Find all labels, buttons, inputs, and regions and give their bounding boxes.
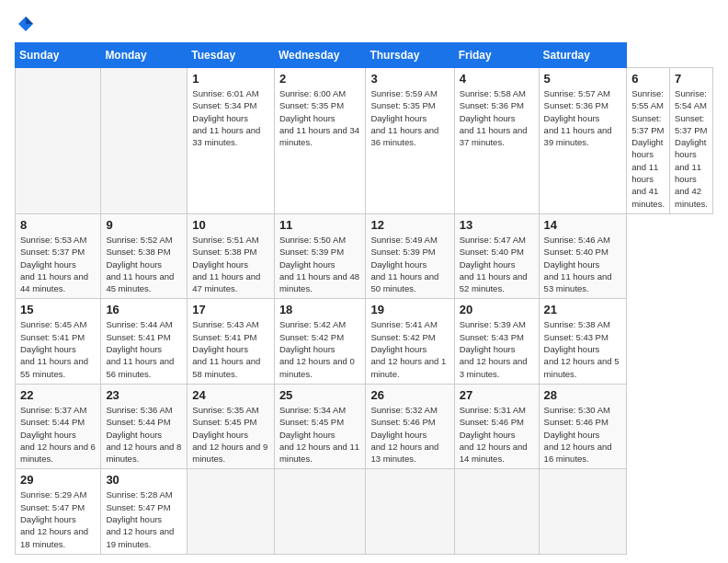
calendar-cell: 1 Sunrise: 6:01 AMSunset: 5:34 PMDayligh… bbox=[188, 68, 275, 214]
day-number: 28 bbox=[544, 388, 622, 402]
day-info: Sunrise: 5:55 AMSunset: 5:37 PMDaylight … bbox=[631, 87, 665, 210]
weekday-row: SundayMondayTuesdayWednesdayThursdayFrid… bbox=[16, 43, 713, 68]
day-number: 18 bbox=[279, 303, 361, 316]
calendar-cell bbox=[539, 469, 627, 554]
day-info: Sunrise: 5:43 AMSunset: 5:41 PMDaylight … bbox=[192, 318, 269, 379]
calendar-cell bbox=[274, 469, 366, 554]
calendar-cell: 6 Sunrise: 5:55 AMSunset: 5:37 PMDayligh… bbox=[627, 68, 670, 214]
logo-icon bbox=[17, 15, 35, 33]
day-info: Sunrise: 5:51 AMSunset: 5:38 PMDaylight … bbox=[192, 234, 269, 294]
day-info: Sunrise: 6:01 AMSunset: 5:34 PMDaylight … bbox=[192, 87, 269, 148]
calendar-cell: 12 Sunrise: 5:49 AMSunset: 5:39 PMDaylig… bbox=[366, 213, 454, 298]
page-header bbox=[15, 15, 713, 33]
calendar-cell: 30 Sunrise: 5:28 AMSunset: 5:47 PMDaylig… bbox=[101, 469, 188, 554]
day-info: Sunrise: 5:29 AMSunset: 5:47 PMDaylight … bbox=[20, 488, 96, 549]
day-number: 13 bbox=[460, 218, 534, 232]
calendar-cell bbox=[188, 469, 275, 554]
calendar-week-5: 29 Sunrise: 5:29 AMSunset: 5:47 PMDaylig… bbox=[16, 469, 713, 554]
empty-cell bbox=[101, 68, 188, 214]
day-number: 2 bbox=[279, 72, 361, 86]
day-info: Sunrise: 5:36 AMSunset: 5:44 PMDaylight … bbox=[106, 404, 182, 465]
calendar-table: SundayMondayTuesdayWednesdayThursdayFrid… bbox=[15, 42, 713, 555]
day-number: 17 bbox=[192, 303, 269, 316]
day-number: 4 bbox=[460, 72, 534, 86]
day-info: Sunrise: 5:50 AMSunset: 5:39 PMDaylight … bbox=[279, 234, 361, 294]
day-number: 26 bbox=[370, 388, 449, 402]
weekday-header-monday: Monday bbox=[101, 43, 188, 68]
day-number: 5 bbox=[544, 72, 622, 86]
day-number: 19 bbox=[370, 303, 449, 316]
day-number: 10 bbox=[192, 218, 269, 232]
calendar-cell: 13 Sunrise: 5:47 AMSunset: 5:40 PMDaylig… bbox=[454, 213, 539, 298]
calendar-cell: 2 Sunrise: 6:00 AMSunset: 5:35 PMDayligh… bbox=[274, 68, 366, 214]
calendar-cell: 26 Sunrise: 5:32 AMSunset: 5:46 PMDaylig… bbox=[366, 384, 454, 468]
day-number: 29 bbox=[20, 473, 96, 487]
day-info: Sunrise: 5:31 AMSunset: 5:46 PMDaylight … bbox=[460, 404, 534, 465]
day-number: 21 bbox=[544, 303, 622, 316]
day-number: 30 bbox=[106, 473, 182, 487]
day-info: Sunrise: 5:37 AMSunset: 5:44 PMDaylight … bbox=[20, 404, 96, 465]
day-info: Sunrise: 5:38 AMSunset: 5:43 PMDaylight … bbox=[544, 318, 622, 379]
day-number: 15 bbox=[20, 303, 96, 316]
day-number: 1 bbox=[192, 72, 269, 86]
day-number: 14 bbox=[544, 218, 622, 232]
calendar-cell: 4 Sunrise: 5:58 AMSunset: 5:36 PMDayligh… bbox=[454, 68, 539, 214]
calendar-cell: 18 Sunrise: 5:42 AMSunset: 5:42 PMDaylig… bbox=[274, 299, 366, 384]
day-number: 11 bbox=[279, 218, 361, 232]
weekday-header-wednesday: Wednesday bbox=[274, 43, 366, 68]
day-info: Sunrise: 6:00 AMSunset: 5:35 PMDaylight … bbox=[279, 87, 361, 148]
day-info: Sunrise: 5:52 AMSunset: 5:38 PMDaylight … bbox=[106, 234, 182, 294]
weekday-header-sunday: Sunday bbox=[16, 43, 101, 68]
empty-cell bbox=[16, 68, 101, 214]
calendar-cell: 14 Sunrise: 5:46 AMSunset: 5:40 PMDaylig… bbox=[539, 213, 627, 298]
calendar-cell: 22 Sunrise: 5:37 AMSunset: 5:44 PMDaylig… bbox=[16, 384, 101, 468]
calendar-cell: 28 Sunrise: 5:30 AMSunset: 5:46 PMDaylig… bbox=[539, 384, 627, 468]
calendar-cell: 20 Sunrise: 5:39 AMSunset: 5:43 PMDaylig… bbox=[454, 299, 539, 384]
day-info: Sunrise: 5:59 AMSunset: 5:35 PMDaylight … bbox=[370, 87, 449, 148]
calendar-cell: 17 Sunrise: 5:43 AMSunset: 5:41 PMDaylig… bbox=[188, 299, 275, 384]
calendar-cell: 9 Sunrise: 5:52 AMSunset: 5:38 PMDayligh… bbox=[101, 213, 188, 298]
day-info: Sunrise: 5:35 AMSunset: 5:45 PMDaylight … bbox=[192, 404, 269, 465]
calendar-cell: 24 Sunrise: 5:35 AMSunset: 5:45 PMDaylig… bbox=[188, 384, 275, 468]
day-number: 7 bbox=[675, 72, 708, 86]
weekday-header-tuesday: Tuesday bbox=[188, 43, 275, 68]
weekday-header-thursday: Thursday bbox=[366, 43, 454, 68]
calendar-cell: 7 Sunrise: 5:54 AMSunset: 5:37 PMDayligh… bbox=[670, 68, 713, 214]
weekday-header-saturday: Saturday bbox=[539, 43, 627, 68]
day-number: 3 bbox=[370, 72, 449, 86]
day-info: Sunrise: 5:44 AMSunset: 5:41 PMDaylight … bbox=[106, 318, 182, 379]
calendar-cell: 25 Sunrise: 5:34 AMSunset: 5:45 PMDaylig… bbox=[274, 384, 366, 468]
calendar-cell: 3 Sunrise: 5:59 AMSunset: 5:35 PMDayligh… bbox=[366, 68, 454, 214]
calendar-cell: 11 Sunrise: 5:50 AMSunset: 5:39 PMDaylig… bbox=[274, 213, 366, 298]
calendar-cell: 8 Sunrise: 5:53 AMSunset: 5:37 PMDayligh… bbox=[16, 213, 101, 298]
calendar-cell: 27 Sunrise: 5:31 AMSunset: 5:46 PMDaylig… bbox=[454, 384, 539, 468]
calendar-body: 1 Sunrise: 6:01 AMSunset: 5:34 PMDayligh… bbox=[16, 68, 713, 555]
day-number: 22 bbox=[20, 388, 96, 402]
calendar-cell: 16 Sunrise: 5:44 AMSunset: 5:41 PMDaylig… bbox=[101, 299, 188, 384]
day-number: 20 bbox=[460, 303, 534, 316]
day-number: 23 bbox=[106, 388, 182, 402]
day-info: Sunrise: 5:41 AMSunset: 5:42 PMDaylight … bbox=[370, 318, 449, 379]
svg-marker-1 bbox=[26, 17, 33, 24]
day-number: 6 bbox=[631, 72, 665, 86]
day-info: Sunrise: 5:47 AMSunset: 5:40 PMDaylight … bbox=[460, 234, 534, 294]
calendar-week-2: 8 Sunrise: 5:53 AMSunset: 5:37 PMDayligh… bbox=[16, 213, 713, 298]
calendar-header: SundayMondayTuesdayWednesdayThursdayFrid… bbox=[16, 43, 713, 68]
day-number: 9 bbox=[106, 218, 182, 232]
calendar-cell bbox=[454, 469, 539, 554]
day-info: Sunrise: 5:45 AMSunset: 5:41 PMDaylight … bbox=[20, 318, 96, 379]
calendar-cell: 29 Sunrise: 5:29 AMSunset: 5:47 PMDaylig… bbox=[16, 469, 101, 554]
day-number: 25 bbox=[279, 388, 361, 402]
day-number: 24 bbox=[192, 388, 269, 402]
day-info: Sunrise: 5:58 AMSunset: 5:36 PMDaylight … bbox=[460, 87, 534, 148]
day-info: Sunrise: 5:54 AMSunset: 5:37 PMDaylight … bbox=[675, 87, 708, 210]
logo bbox=[15, 15, 35, 33]
day-info: Sunrise: 5:42 AMSunset: 5:42 PMDaylight … bbox=[279, 318, 361, 379]
calendar-week-4: 22 Sunrise: 5:37 AMSunset: 5:44 PMDaylig… bbox=[16, 384, 713, 468]
day-info: Sunrise: 5:39 AMSunset: 5:43 PMDaylight … bbox=[460, 318, 534, 379]
calendar-cell: 19 Sunrise: 5:41 AMSunset: 5:42 PMDaylig… bbox=[366, 299, 454, 384]
calendar-week-1: 1 Sunrise: 6:01 AMSunset: 5:34 PMDayligh… bbox=[16, 68, 713, 214]
calendar-cell: 5 Sunrise: 5:57 AMSunset: 5:36 PMDayligh… bbox=[539, 68, 627, 214]
calendar-cell: 23 Sunrise: 5:36 AMSunset: 5:44 PMDaylig… bbox=[101, 384, 188, 468]
day-info: Sunrise: 5:46 AMSunset: 5:40 PMDaylight … bbox=[544, 234, 622, 294]
